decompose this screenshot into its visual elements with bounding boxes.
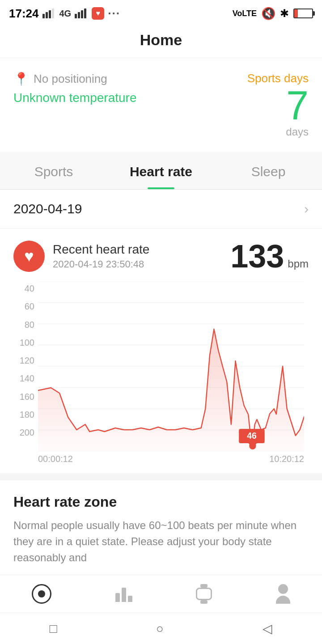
x-axis: 00:00:12 10:20:12 [13,451,304,464]
y-label-180: 180 [13,410,38,420]
svg-rect-2 [49,10,51,18]
svg-rect-3 [52,8,54,18]
chart-svg: 46 [38,281,304,451]
signal2-icon [75,8,88,18]
hr-value-block: 133 bpm [230,240,309,272]
home-nav-icon [32,584,51,604]
sports-days-value: 7 [247,85,309,126]
chart-tooltip-value: 46 [247,431,256,441]
nav-item-home[interactable] [32,584,51,604]
time-display: 17:24 [9,7,39,21]
svg-rect-5 [78,12,80,18]
x-label-start: 00:00:12 [38,454,73,464]
tab-sleep[interactable]: Sleep [215,152,322,189]
recent-apps-button[interactable]: □ [50,622,57,636]
status-right: VoLTE 🔇 ✱ [233,7,313,21]
heart-rate-card: ♥ Recent heart rate 2020-04-19 23:50:48 … [0,229,322,473]
header: Home [0,27,322,58]
info-section: 📍 No positioning Unknown temperature Spo… [0,58,322,152]
no-positioning: 📍 No positioning [13,72,136,86]
page-title: Home [140,31,182,48]
hr-info: ♥ Recent heart rate 2020-04-19 23:50:48 [13,241,149,272]
hr-label: Recent heart rate [53,242,149,257]
y-label-60: 60 [13,301,38,312]
date-display: 2020-04-19 [13,201,82,216]
hr-value: 133 [230,240,284,272]
svg-rect-4 [75,14,77,18]
svg-rect-6 [81,10,83,18]
home-button[interactable]: ○ [156,622,164,636]
person-nav-icon [276,584,290,604]
y-label-200: 200 [13,428,38,438]
y-label-80: 80 [13,320,38,330]
y-axis: 200 180 160 140 120 100 80 60 40 [13,281,38,451]
section-divider [0,473,322,480]
svg-rect-1 [46,12,48,18]
nav-item-profile[interactable] [276,584,290,604]
y-label-40: 40 [13,284,38,294]
signal-icon [42,8,56,18]
y-label-140: 140 [13,373,38,384]
location-pin-icon: 📍 [13,72,29,86]
hr-timestamp: 2020-04-19 23:50:48 [53,258,149,270]
info-left: 📍 No positioning Unknown temperature [13,72,136,105]
tab-heart-rate[interactable]: Heart rate [107,152,215,189]
tab-sports[interactable]: Sports [0,152,107,189]
bluetooth-icon: ✱ [280,7,289,20]
dots-icon: ··· [108,7,120,21]
heart-rate-zone-section: Heart rate zone Normal people usually ha… [0,480,322,579]
y-label-100: 100 [13,338,38,348]
temperature-display: Unknown temperature [13,91,136,105]
status-bar: 17:24 4G ♥ ··· VoLTE 🔇 ✱ [0,0,322,27]
heart-rate-chart: 200 180 160 140 120 100 80 60 40 [13,281,309,469]
heart-symbol: ♥ [24,247,34,266]
hr-header: ♥ Recent heart rate 2020-04-19 23:50:48 … [13,240,309,272]
sports-days-unit: days [247,126,309,138]
stats-nav-icon [115,584,132,602]
hr-zone-description: Normal people usually have 60~100 beats … [13,517,309,566]
status-time: 17:24 4G ♥ ··· [9,7,120,21]
heart-icon-circle: ♥ [13,241,45,272]
y-label-160: 160 [13,392,38,402]
svg-rect-7 [84,8,86,18]
nav-item-stats[interactable] [115,584,132,604]
x-label-end: 10:20:12 [269,454,304,464]
y-label-120: 120 [13,356,38,366]
app-icon: ♥ [92,7,104,20]
volte-icon: VoLTE [233,9,257,18]
network-icon: 4G [59,8,72,19]
svg-rect-0 [42,14,45,18]
date-row[interactable]: 2020-04-19 › [0,190,322,229]
mute-icon: 🔇 [261,7,275,21]
back-button[interactable]: ◁ [263,621,272,636]
system-nav-bar: □ ○ ◁ [0,613,322,644]
hr-text: Recent heart rate 2020-04-19 23:50:48 [53,242,149,270]
nav-item-watch[interactable] [196,584,212,604]
chevron-right-icon: › [304,201,309,216]
bottom-nav [0,575,322,613]
battery-icon [293,8,313,18]
hr-zone-title: Heart rate zone [13,494,309,510]
info-right: Sports days 7 days [247,72,309,138]
hr-unit: bpm [288,258,309,270]
tabs: Sports Heart rate Sleep [0,152,322,190]
watch-nav-icon [196,584,212,604]
